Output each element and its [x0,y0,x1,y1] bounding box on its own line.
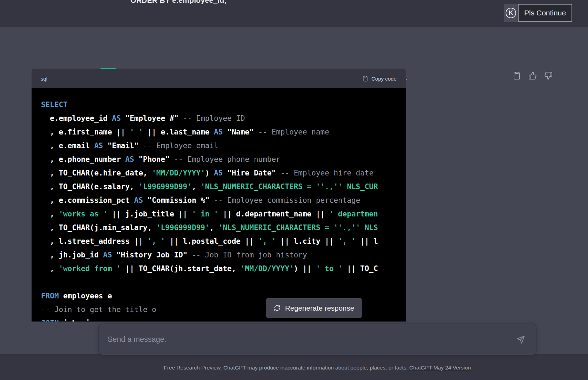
chatgpt-page: ORDER BY e.employee_id, K Pls Continue C… [0,0,588,380]
copy-code-label: Copy code [371,76,397,82]
code-line: , l.street_address || ', ' || l.postal_c… [41,235,406,248]
regenerate-icon [274,305,281,311]
code-line: , 'worked from ' || TO_CHAR(jh.start_dat… [41,262,406,276]
copy-code-button[interactable]: Copy code [362,76,397,82]
code-line: , TO_CHAR(e.hire_date, 'MM/DD/YYYY') AS … [41,166,406,180]
regenerate-label: Regenerate response [285,304,354,312]
thumbs-down-icon[interactable] [544,71,553,80]
code-line: SELECT [41,98,406,112]
user-avatar-letter: K [506,8,516,18]
code-line: , e.email AS "Email" -- Employee email [41,139,406,153]
user-avatar: K [504,4,518,22]
copy-message-icon[interactable] [513,71,521,80]
footer-disclaimer-text: Free Research Preview. ChatGPT may produ… [164,365,409,371]
footer-disclaimer: Free Research Preview. ChatGPT may produ… [98,365,536,371]
message-input[interactable] [99,335,536,344]
message-composer [98,324,536,355]
code-line: , 'works as ' || j.job_title || ' in ' |… [41,207,406,221]
code-line: e.employee_id AS "Employee #" -- Employe… [41,112,406,125]
code-line: , jh.job_id AS "History Job ID" -- Job I… [41,248,406,262]
send-icon[interactable] [516,336,525,344]
code-lines: SELECT e.employee_id AS "Employee #" -- … [32,88,406,322]
sql-code-block: sql Copy code SELECT e.employee_id AS "E… [32,69,406,322]
code-line: , e.phone_number AS "Phone" -- Employee … [41,153,406,166]
code-line [41,276,406,289]
code-language-label: sql [41,76,47,82]
code-block-header: sql Copy code [32,69,406,88]
message-actions [513,71,553,80]
footer-version-link[interactable]: ChatGPT May 24 Version [409,365,471,371]
code-line: , e.first_name || ' ' || e.last_name AS … [41,125,406,139]
pls-continue-button[interactable]: Pls Continue [518,4,572,22]
clipboard-icon [362,76,368,82]
thumbs-up-icon[interactable] [528,71,537,80]
footer: Free Research Preview. ChatGPT may produ… [0,354,588,380]
user-message-partial-code: ORDER BY e.employee_id, [130,0,227,5]
code-line: , e.commission_pct AS "Commission %" -- … [41,194,406,207]
code-line: , TO_CHAR(j.min_salary, 'L99G999D99', 'N… [41,221,406,235]
code-line: , TO_CHAR(e.salary, 'L99G999D99', 'NLS_N… [41,180,406,194]
regenerate-response-button[interactable]: Regenerate response [266,298,362,318]
user-message-row: ORDER BY e.employee_id, K Pls Continue [0,0,588,27]
